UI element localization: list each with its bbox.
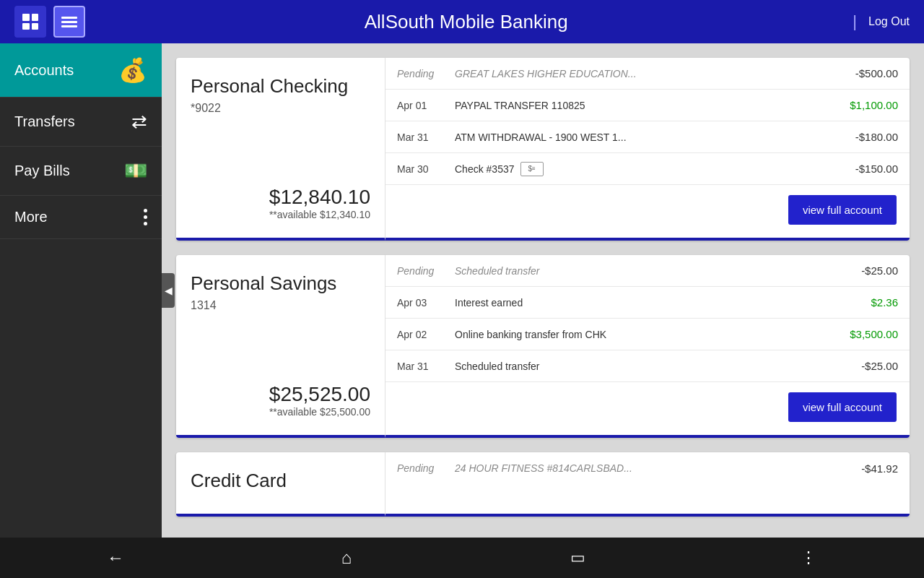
table-row: Pending 24 HOUR FITNESS #814CARLSBAD... … <box>385 452 910 484</box>
tx-amount: -$500.00 <box>855 67 898 79</box>
tx-amount: -$150.00 <box>855 163 898 175</box>
table-row: Pending GREAT LAKES HIGHER EDUCATION... … <box>385 58 910 90</box>
tx-desc: Online banking transfer from CHK <box>455 329 844 340</box>
sidebar: Accounts 💰 Transfers ⇄ Pay Bills 💵 More … <box>0 43 162 538</box>
tx-desc: Scheduled transfer <box>455 361 855 372</box>
tx-amount: $2.36 <box>871 296 898 309</box>
check-image-icon: $≡ <box>520 162 544 176</box>
tx-date: Mar 31 <box>397 131 455 143</box>
tx-date: Pending <box>397 68 455 79</box>
savings-account-name: Personal Savings <box>191 272 370 295</box>
sidebar-accounts-label: Accounts <box>14 62 74 79</box>
list-icon <box>61 17 77 27</box>
tx-amount: -$180.00 <box>855 131 898 143</box>
table-row: Pending Scheduled transfer -$25.00 <box>385 255 910 287</box>
table-row: Mar 30 Check #3537 $≡ -$150.00 <box>385 153 910 185</box>
view-full-checking-button[interactable]: view full account <box>788 195 897 225</box>
checking-account-name: Personal Checking <box>191 75 370 98</box>
top-bar: AllSouth Mobile Banking | Log Out <box>0 0 924 43</box>
table-row: Apr 03 Interest earned $2.36 <box>385 287 910 319</box>
tx-date: Pending <box>397 265 455 277</box>
sidebar-collapse-button[interactable]: ◀ <box>162 273 175 308</box>
sidebar-item-transfers[interactable]: Transfers ⇄ <box>0 98 162 147</box>
tx-amount: $1,100.00 <box>850 99 898 111</box>
tx-desc: Interest earned <box>455 297 865 309</box>
recents-button[interactable]: ▭ <box>556 543 599 572</box>
table-row: Mar 31 ATM WITHDRAWAL - 1900 WEST 1... -… <box>385 121 910 153</box>
tx-amount: -$25.00 <box>861 360 898 372</box>
tx-desc: Check #3537 $≡ <box>455 162 850 176</box>
sidebar-more-label: More <box>14 209 48 225</box>
tx-desc: PAYPAL TRANSFER 110825 <box>455 100 844 111</box>
checking-available: **available $12,340.10 <box>191 209 370 220</box>
home-button[interactable]: ⌂ <box>325 543 368 572</box>
logout-button[interactable]: Log Out <box>868 15 910 28</box>
recents-icon: ▭ <box>570 548 585 567</box>
sidebar-item-paybills[interactable]: Pay Bills 💵 <box>0 147 162 196</box>
creditcard-transactions: Pending 24 HOUR FITNESS #814CARLSBAD... … <box>385 452 910 517</box>
account-card-savings: Personal Savings 1314 $25,525.00 **avail… <box>176 255 910 438</box>
overflow-menu-button[interactable]: ⋮ <box>787 543 830 572</box>
tx-date: Mar 30 <box>397 163 455 175</box>
content-area: Personal Checking *9022 $12,840.10 **ava… <box>162 43 924 538</box>
more-icon <box>144 209 147 225</box>
account-checking-left: Personal Checking *9022 $12,840.10 **ava… <box>176 58 385 241</box>
table-row: Apr 02 Online banking transfer from CHK … <box>385 319 910 350</box>
list-view-button[interactable] <box>53 6 85 38</box>
accounts-icon: 💰 <box>118 56 147 84</box>
table-row: Apr 01 PAYPAL TRANSFER 110825 $1,100.00 <box>385 90 910 121</box>
account-card-creditcard: Credit Card Pending 24 HOUR FITNESS #814… <box>176 452 910 517</box>
view-toggle-group <box>14 6 85 38</box>
tx-date: Pending <box>397 462 455 474</box>
sidebar-item-accounts[interactable]: Accounts 💰 <box>0 43 162 98</box>
grid-icon <box>22 14 38 30</box>
account-savings-left: Personal Savings 1314 $25,525.00 **avail… <box>176 255 385 438</box>
tx-amount: $3,500.00 <box>850 328 898 340</box>
main-layout: Accounts 💰 Transfers ⇄ Pay Bills 💵 More … <box>0 43 924 538</box>
creditcard-account-name: Credit Card <box>191 470 370 492</box>
sidebar-paybills-label: Pay Bills <box>14 163 70 179</box>
tx-date: Apr 01 <box>397 100 455 111</box>
tx-desc: ATM WITHDRAWAL - 1900 WEST 1... <box>455 131 850 143</box>
app-title: AllSouth Mobile Banking <box>85 11 847 33</box>
top-bar-right: | Log Out <box>847 12 910 31</box>
overflow-icon: ⋮ <box>801 548 817 567</box>
grid-view-button[interactable] <box>14 6 46 38</box>
tx-date: Apr 02 <box>397 329 455 340</box>
savings-account-number: 1314 <box>191 299 370 312</box>
transfers-icon: ⇄ <box>131 111 147 133</box>
back-button[interactable]: ← <box>94 543 137 572</box>
back-icon: ← <box>107 548 124 568</box>
tx-amount: -$25.00 <box>861 264 898 277</box>
sidebar-transfers-label: Transfers <box>14 113 75 130</box>
sidebar-item-more[interactable]: More <box>0 196 162 239</box>
tx-date: Mar 31 <box>397 361 455 372</box>
savings-balance: $25,525.00 <box>191 383 370 406</box>
account-creditcard-left: Credit Card <box>176 452 385 517</box>
tx-desc: GREAT LAKES HIGHER EDUCATION... <box>455 68 850 79</box>
tx-date: Apr 03 <box>397 297 455 309</box>
paybills-icon: 💵 <box>124 160 147 182</box>
view-full-savings-button[interactable]: view full account <box>788 392 897 422</box>
table-row: Mar 31 Scheduled transfer -$25.00 <box>385 350 910 382</box>
tx-amount: -$41.92 <box>861 462 898 475</box>
savings-transactions: Pending Scheduled transfer -$25.00 Apr 0… <box>385 255 910 438</box>
checking-balance: $12,840.10 <box>191 186 370 209</box>
divider: | <box>853 12 857 31</box>
savings-available: **available $25,500.00 <box>191 406 370 418</box>
tx-desc: Scheduled transfer <box>455 265 855 277</box>
checking-account-number: *9022 <box>191 102 370 115</box>
account-card-checking: Personal Checking *9022 $12,840.10 **ava… <box>176 58 910 241</box>
bottom-nav: ← ⌂ ▭ ⋮ <box>0 538 924 578</box>
home-icon: ⌂ <box>341 548 352 568</box>
view-full-row: view full account <box>385 382 910 435</box>
checking-transactions: Pending GREAT LAKES HIGHER EDUCATION... … <box>385 58 910 241</box>
view-full-row: view full account <box>385 185 910 238</box>
tx-desc: 24 HOUR FITNESS #814CARLSBAD... <box>455 462 855 474</box>
